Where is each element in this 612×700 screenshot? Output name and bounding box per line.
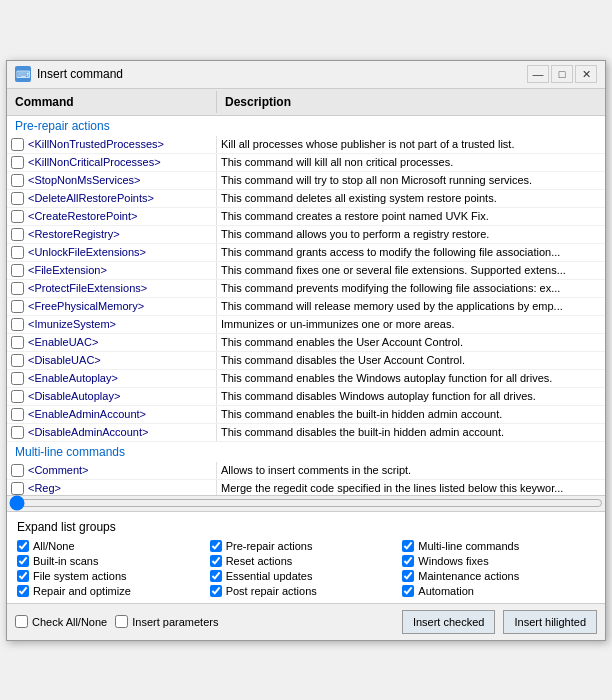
close-button[interactable]: ✕: [575, 65, 597, 83]
group-checkbox-maintenance[interactable]: [402, 570, 414, 582]
group-label-all-none: All/None: [33, 540, 75, 552]
command-cell: <ProtectFileExtensions>: [7, 280, 217, 297]
group-item-repair-optimize[interactable]: Repair and optimize: [17, 585, 210, 597]
row-checkbox[interactable]: [11, 354, 24, 367]
insert-params-checkbox[interactable]: [115, 615, 128, 628]
row-checkbox[interactable]: [11, 426, 24, 439]
group-checkbox-reset[interactable]: [210, 555, 222, 567]
table-row[interactable]: <EnableAutoplay>This command enables the…: [7, 370, 605, 388]
command-cell: <RestoreRegistry>: [7, 226, 217, 243]
group-item-reset[interactable]: Reset actions: [210, 555, 403, 567]
row-checkbox[interactable]: [11, 174, 24, 187]
table-row[interactable]: <DisableAdminAccount>This command disabl…: [7, 424, 605, 442]
command-cell: <KillNonTrustedProcesses>: [7, 136, 217, 153]
group-checkbox-repair-optimize[interactable]: [17, 585, 29, 597]
description-cell: This command will kill all non critical …: [217, 154, 605, 171]
table-row[interactable]: <RestoreRegistry>This command allows you…: [7, 226, 605, 244]
group-checkbox-windows-fixes[interactable]: [402, 555, 414, 567]
insert-hilighted-button[interactable]: Insert hilighted: [503, 610, 597, 634]
row-checkbox[interactable]: [11, 138, 24, 151]
group-item-multi-line[interactable]: Multi-line commands: [402, 540, 595, 552]
section-header-pre-repair: Pre-repair actions: [7, 116, 605, 136]
table-row[interactable]: <DeleteAllRestorePoints>This command del…: [7, 190, 605, 208]
table-row[interactable]: <KillNonCriticalProcesses>This command w…: [7, 154, 605, 172]
group-item-all-none[interactable]: All/None: [17, 540, 210, 552]
table-row[interactable]: <CreateRestorePoint>This command creates…: [7, 208, 605, 226]
row-checkbox[interactable]: [11, 408, 24, 421]
description-cell: This command grants access to modify the…: [217, 244, 605, 261]
table-row[interactable]: <Reg>Merge the regedit code specified in…: [7, 480, 605, 496]
group-item-file-system[interactable]: File system actions: [17, 570, 210, 582]
title-bar: ⌨ Insert command — □ ✕: [7, 61, 605, 89]
check-all-checkbox[interactable]: [15, 615, 28, 628]
command-name: <Reg>: [28, 482, 61, 494]
group-item-pre-repair[interactable]: Pre-repair actions: [210, 540, 403, 552]
row-checkbox[interactable]: [11, 156, 24, 169]
row-checkbox[interactable]: [11, 390, 24, 403]
description-cell: This command enables the built-in hidden…: [217, 406, 605, 423]
description-cell: This command will try to stop all non Mi…: [217, 172, 605, 189]
group-item-automation[interactable]: Automation: [402, 585, 595, 597]
command-cell: <DisableUAC>: [7, 352, 217, 369]
group-checkbox-automation[interactable]: [402, 585, 414, 597]
check-all-text: Check All/None: [32, 616, 107, 628]
command-cell: <FileExtension>: [7, 262, 217, 279]
command-cell: <CreateRestorePoint>: [7, 208, 217, 225]
group-checkbox-file-system[interactable]: [17, 570, 29, 582]
table-row[interactable]: <FileExtension>This command fixes one or…: [7, 262, 605, 280]
group-checkbox-multi-line[interactable]: [402, 540, 414, 552]
row-checkbox[interactable]: [11, 318, 24, 331]
row-checkbox[interactable]: [11, 464, 24, 477]
group-label-pre-repair: Pre-repair actions: [226, 540, 313, 552]
group-checkbox-all-none[interactable]: [17, 540, 29, 552]
group-checkbox-essential[interactable]: [210, 570, 222, 582]
row-checkbox[interactable]: [11, 264, 24, 277]
row-checkbox[interactable]: [11, 192, 24, 205]
description-cell: Allows to insert comments in the script.: [217, 462, 605, 479]
command-cell: <FreePhysicalMemory>: [7, 298, 217, 315]
maximize-button[interactable]: □: [551, 65, 573, 83]
horizontal-scrollbar-area[interactable]: [7, 496, 605, 512]
table-row[interactable]: <ProtectFileExtensions>This command prev…: [7, 280, 605, 298]
group-label-file-system: File system actions: [33, 570, 127, 582]
command-cell: <UnlockFileExtensions>: [7, 244, 217, 261]
row-checkbox[interactable]: [11, 336, 24, 349]
description-cell: This command enables the User Account Co…: [217, 334, 605, 351]
group-item-maintenance[interactable]: Maintenance actions: [402, 570, 595, 582]
table-row[interactable]: <EnableAdminAccount>This command enables…: [7, 406, 605, 424]
row-checkbox[interactable]: [11, 282, 24, 295]
row-checkbox[interactable]: [11, 228, 24, 241]
row-checkbox[interactable]: [11, 300, 24, 313]
description-cell: This command disables the User Account C…: [217, 352, 605, 369]
table-row[interactable]: <FreePhysicalMemory>This command will re…: [7, 298, 605, 316]
description-cell: This command allows you to perform a reg…: [217, 226, 605, 243]
group-checkbox-post-repair[interactable]: [210, 585, 222, 597]
row-checkbox[interactable]: [11, 372, 24, 385]
insert-checked-button[interactable]: Insert checked: [402, 610, 496, 634]
group-checkbox-pre-repair[interactable]: [210, 540, 222, 552]
command-cell: <KillNonCriticalProcesses>: [7, 154, 217, 171]
table-row[interactable]: <EnableUAC>This command enables the User…: [7, 334, 605, 352]
table-body[interactable]: Pre-repair actions<KillNonTrustedProcess…: [7, 116, 605, 496]
row-checkbox[interactable]: [11, 482, 24, 495]
command-name: <DisableAutoplay>: [28, 390, 120, 402]
group-item-essential[interactable]: Essential updates: [210, 570, 403, 582]
group-item-post-repair[interactable]: Post repair actions: [210, 585, 403, 597]
row-checkbox[interactable]: [11, 210, 24, 223]
row-checkbox[interactable]: [11, 246, 24, 259]
group-item-windows-fixes[interactable]: Windows fixes: [402, 555, 595, 567]
table-row[interactable]: <ImunizeSystem>Immunizes or un-immunizes…: [7, 316, 605, 334]
description-cell: This command will release memory used by…: [217, 298, 605, 315]
table-row[interactable]: <Comment>Allows to insert comments in th…: [7, 462, 605, 480]
table-row[interactable]: <DisableUAC>This command disables the Us…: [7, 352, 605, 370]
horizontal-scrollbar[interactable]: [9, 497, 603, 509]
insert-params-label[interactable]: Insert parameters: [115, 615, 218, 628]
table-row[interactable]: <DisableAutoplay>This command disables W…: [7, 388, 605, 406]
table-row[interactable]: <UnlockFileExtensions>This command grant…: [7, 244, 605, 262]
minimize-button[interactable]: —: [527, 65, 549, 83]
table-row[interactable]: <StopNonMsServices>This command will try…: [7, 172, 605, 190]
check-all-label[interactable]: Check All/None: [15, 615, 107, 628]
group-item-built-in[interactable]: Built-in scans: [17, 555, 210, 567]
group-checkbox-built-in[interactable]: [17, 555, 29, 567]
table-row[interactable]: <KillNonTrustedProcesses>Kill all proces…: [7, 136, 605, 154]
